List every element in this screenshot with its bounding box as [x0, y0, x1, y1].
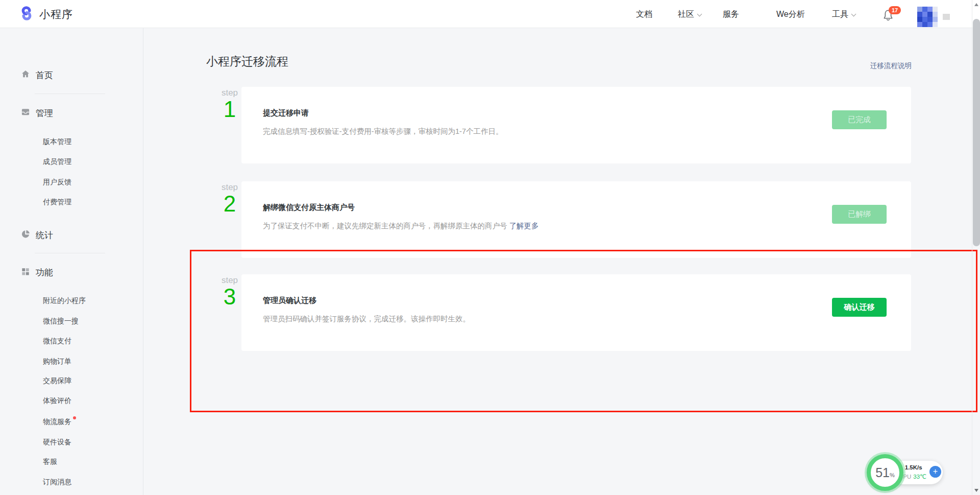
step-3-desc: 管理员扫码确认并签订服务协议，完成迁移。该操作即时生效。 — [263, 314, 470, 324]
sidebar-item-member-manage[interactable]: 成员管理 — [43, 156, 71, 167]
scrollbar-up-arrow[interactable] — [974, 3, 978, 6]
sidebar-divider — [35, 253, 105, 253]
step-2-indicator: step 2 — [216, 183, 243, 216]
avatar[interactable] — [917, 7, 938, 27]
sidebar-item-user-feedback[interactable]: 用户反馈 — [43, 176, 71, 187]
sidebar-item-home[interactable]: 首页 — [20, 68, 53, 82]
learn-more-link[interactable]: 了解更多 — [509, 222, 539, 230]
sidebar-item-trade-guarantee[interactable]: 交易保障 — [43, 375, 71, 386]
miniprogram-logo-icon — [18, 5, 35, 23]
percent-sign: % — [890, 472, 895, 478]
nav-we-analytics[interactable]: We分析 — [776, 0, 805, 28]
step-3-indicator: step 3 — [216, 276, 243, 309]
step-2-card: 解绑微信支付原主体商户号 为了保证支付不中断，建议先绑定新主体的商户号，再解绑原… — [241, 181, 911, 258]
top-navbar: 小程序 文档 社区 服务 We分析 工具 17 — [0, 0, 980, 28]
notification-count-badge: 17 — [889, 6, 901, 14]
sidebar-item-hardware-devices[interactable]: 硬件设备 — [43, 436, 71, 447]
step-3-title: 管理员确认迁移 — [263, 296, 316, 305]
confirm-migration-button[interactable]: 确认迁移 — [832, 298, 887, 317]
cpu-temperature: 33℃ — [913, 474, 926, 480]
sidebar-item-customer-service[interactable]: 客服 — [43, 456, 57, 467]
nav-tools[interactable]: 工具 — [832, 0, 855, 28]
nav-community[interactable]: 社区 — [678, 0, 701, 28]
step-2-title: 解绑微信支付原主体商户号 — [263, 203, 355, 213]
memory-usage-ring[interactable]: 51 % — [867, 454, 903, 491]
sidebar-item-features[interactable]: 功能 — [20, 265, 53, 279]
grid-icon — [20, 266, 31, 279]
memory-percent: 51 — [875, 465, 890, 480]
tray-icon — [20, 107, 31, 120]
nav-docs[interactable]: 文档 — [636, 0, 652, 28]
sidebar-item-logistics-service[interactable]: 物流服务 — [43, 416, 76, 427]
sidebar-item-pay-manage[interactable]: 付费管理 — [43, 196, 71, 207]
avatar-side-square — [943, 14, 950, 20]
nav-services[interactable]: 服务 — [723, 0, 739, 28]
step-1-title: 提交迁移申请 — [263, 108, 309, 118]
network-speed: 1.5K/s — [905, 464, 922, 470]
logo-title: 小程序 — [39, 7, 73, 21]
monitor-plus-button[interactable]: + — [929, 466, 941, 478]
sidebar-item-version-manage[interactable]: 版本管理 — [43, 136, 71, 147]
scrollbar-down-arrow[interactable] — [974, 489, 978, 492]
sidebar-item-wechat-search[interactable]: 微信搜一搜 — [43, 315, 79, 326]
pie-chart-icon — [20, 229, 31, 242]
new-badge-dot — [73, 416, 76, 419]
sidebar: 首页 管理 版本管理 成员管理 用户反馈 付费管理 统计 — [0, 28, 143, 495]
scrollbar-thumb[interactable] — [973, 19, 980, 246]
sidebar-item-nearby-miniprograms[interactable]: 附近的小程序 — [43, 295, 86, 306]
sidebar-item-experience-rating[interactable]: 体验评价 — [43, 395, 71, 406]
sidebar-item-stats[interactable]: 统计 — [20, 228, 53, 242]
step-1-desc: 完成信息填写-授权验证-支付费用-审核等步骤，审核时间为1-7个工作日。 — [263, 127, 503, 136]
sidebar-item-wechat-pay[interactable]: 微信支付 — [43, 335, 71, 346]
chevron-down-icon — [851, 12, 856, 17]
step-2-desc: 为了保证支付不中断，建议先绑定新主体的商户号，再解绑原主体的商户号 了解更多 — [263, 221, 539, 231]
vertical-scrollbar — [972, 0, 980, 495]
step-2-unbound-button: 已解绑 — [832, 205, 887, 224]
sidebar-divider — [35, 93, 105, 94]
page-title: 小程序迁移流程 — [206, 54, 288, 69]
sidebar-item-shopping-orders[interactable]: 购物订单 — [43, 356, 71, 367]
home-icon — [20, 69, 31, 82]
step-1-indicator: step 1 — [216, 88, 243, 121]
migration-help-link[interactable]: 迁移流程说明 — [870, 61, 912, 70]
step-1-card: 提交迁移申请 完成信息填写-授权验证-支付费用-审核等步骤，审核时间为1-7个工… — [241, 87, 911, 163]
sidebar-item-manage[interactable]: 管理 — [20, 106, 53, 120]
logo[interactable]: 小程序 — [18, 6, 73, 23]
sidebar-item-subscribe-messages[interactable]: 订阅消息 — [43, 476, 71, 487]
app-screen: 小程序 文档 社区 服务 We分析 工具 17 首页 — [0, 0, 980, 495]
step-1-done-button: 已完成 — [832, 110, 887, 129]
chevron-down-icon — [697, 12, 702, 17]
step-3-card: 管理员确认迁移 管理员扫码确认并签订服务协议，完成迁移。该操作即时生效。 确认迁… — [241, 274, 911, 351]
